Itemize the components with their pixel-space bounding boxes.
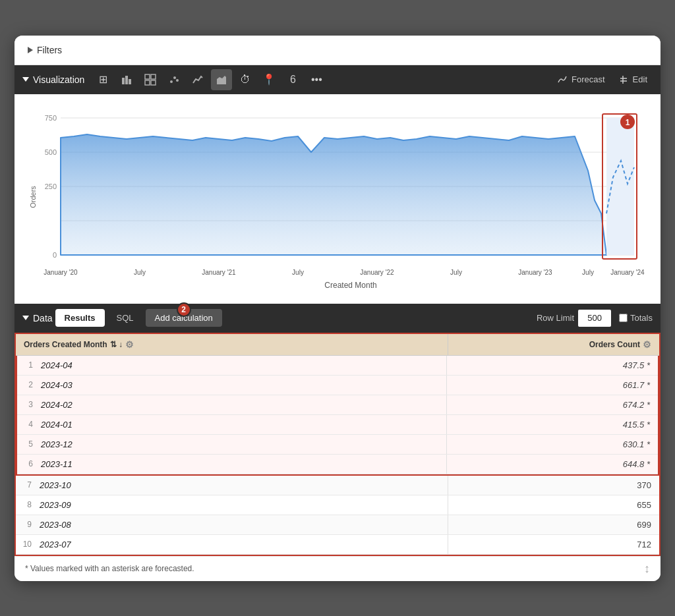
add-calculation-button[interactable]: Add calculation 2	[146, 309, 222, 327]
tab-results[interactable]: Results	[55, 309, 105, 327]
svg-text:January '20: January '20	[44, 269, 78, 276]
svg-rect-2	[129, 79, 131, 84]
svg-rect-3	[145, 74, 150, 79]
viz-number-icon[interactable]: 6	[282, 69, 303, 90]
totals-checkbox[interactable]	[619, 314, 628, 322]
viz-collapse-icon	[22, 77, 29, 82]
forecast-button[interactable]: Forecast	[552, 72, 610, 88]
results-table: Orders Created Month ⇅ ↓ ⚙ Orders Count …	[15, 333, 660, 556]
tab-sql[interactable]: SQL	[107, 309, 143, 327]
table-row: 1 2024-04 437.5 *	[17, 356, 658, 376]
svg-text:0: 0	[53, 251, 57, 259]
footnote-text: * Values marked with an asterisk are for…	[25, 564, 194, 573]
totals-label: Totals	[630, 313, 653, 323]
svg-text:Orders: Orders	[29, 185, 37, 208]
filters-label: Filters	[37, 45, 62, 55]
svg-text:January '22: January '22	[360, 269, 394, 276]
svg-rect-25	[606, 118, 634, 255]
table-row: 6 2023-11 644.8 *	[17, 455, 658, 474]
svg-text:Created Month: Created Month	[324, 281, 376, 290]
chart-area: 750 500 250 0 Orders	[15, 94, 660, 304]
viz-clock-icon[interactable]: ⏱	[235, 69, 256, 90]
data-label-text: Data	[33, 313, 53, 323]
table-header: Orders Created Month ⇅ ↓ ⚙ Orders Count …	[16, 334, 659, 356]
sort-icon[interactable]: ⇅ ↓	[110, 340, 123, 349]
svg-text:250: 250	[45, 182, 57, 190]
viz-pivot-icon[interactable]	[140, 69, 161, 90]
svg-point-9	[176, 79, 179, 82]
svg-text:July: July	[292, 269, 304, 276]
main-container: Filters Visualization ⊞ ⏱ 📍 6 •••	[15, 36, 660, 581]
svg-text:July: July	[134, 269, 146, 276]
svg-text:500: 500	[45, 148, 57, 156]
viz-more-icon[interactable]: •••	[306, 69, 327, 90]
svg-rect-1	[125, 76, 128, 84]
viz-scatter-icon[interactable]	[163, 69, 185, 90]
table-row: 8 2023-09 655	[16, 495, 659, 515]
filters-collapse-icon	[28, 47, 33, 53]
svg-marker-10	[217, 76, 226, 84]
row-limit-label: Row Limit	[537, 313, 574, 323]
data-toolbar: Data Results SQL Add calculation 2 Row L…	[15, 304, 660, 333]
svg-text:1: 1	[626, 118, 630, 127]
col2-header: Orders Count ⚙	[448, 334, 659, 355]
svg-rect-4	[151, 74, 156, 79]
table-row: 2 2024-03 661.7 *	[17, 376, 658, 395]
table-row: 5 2023-12 630.1 *	[17, 435, 658, 455]
col1-settings-icon[interactable]: ⚙	[125, 339, 134, 350]
svg-text:July: July	[582, 269, 594, 276]
totals-checkbox-group: Totals	[619, 313, 653, 323]
viz-table-icon[interactable]: ⊞	[92, 69, 113, 90]
table-row: 3 2024-02 674.2 *	[17, 395, 658, 415]
svg-rect-0	[122, 78, 125, 84]
table-row: 4 2024-01 415.5 *	[17, 415, 658, 435]
viz-section-label: Visualization	[22, 74, 84, 85]
data-collapse-icon	[22, 316, 29, 320]
filters-toggle[interactable]: Filters	[28, 45, 62, 55]
table-row: 9 2023-08 699	[16, 515, 659, 535]
edit-button[interactable]: Edit	[613, 72, 653, 88]
svg-rect-5	[145, 80, 150, 85]
data-section-label: Data	[22, 313, 53, 323]
viz-toolbar: Visualization ⊞ ⏱ 📍 6 ••• Forecast Edi	[15, 65, 660, 94]
add-calc-badge: 2	[177, 302, 191, 317]
scroll-indicator[interactable]: ↕	[644, 562, 650, 576]
footnote-row: * Values marked with an asterisk are for…	[15, 556, 660, 581]
viz-pin-icon[interactable]: 📍	[258, 69, 279, 90]
filters-row: Filters	[15, 36, 660, 65]
viz-area-icon[interactable]	[211, 69, 232, 90]
svg-text:January '24: January '24	[610, 269, 645, 276]
col1-header: Orders Created Month ⇅ ↓ ⚙	[16, 334, 448, 355]
row-limit-group: Row Limit	[537, 310, 611, 327]
viz-label-text: Visualization	[33, 74, 84, 85]
svg-text:July: July	[450, 269, 462, 276]
svg-text:January '21: January '21	[202, 269, 236, 276]
forecast-label: Forecast	[572, 74, 605, 84]
viz-bar-icon[interactable]	[116, 69, 137, 90]
col2-settings-icon[interactable]: ⚙	[643, 339, 651, 350]
viz-line-icon[interactable]	[187, 69, 208, 90]
edit-label: Edit	[633, 74, 647, 84]
svg-marker-24	[61, 134, 606, 255]
svg-text:January '23: January '23	[518, 269, 552, 276]
row-limit-input[interactable]	[578, 310, 611, 327]
highlighted-rows-group: 1 2024-04 437.5 * 2 2024-03 661.7 * 3 20…	[16, 356, 659, 476]
chart-svg[interactable]: 750 500 250 0 Orders	[28, 105, 647, 296]
svg-rect-6	[151, 80, 156, 85]
svg-point-8	[173, 76, 176, 79]
chart-svg-wrapper: 750 500 250 0 Orders	[28, 105, 647, 298]
svg-text:750: 750	[45, 114, 57, 122]
table-row: 10 2023-07 712	[16, 535, 659, 555]
svg-point-7	[170, 80, 173, 83]
table-row: 7 2023-10 370	[16, 476, 659, 495]
